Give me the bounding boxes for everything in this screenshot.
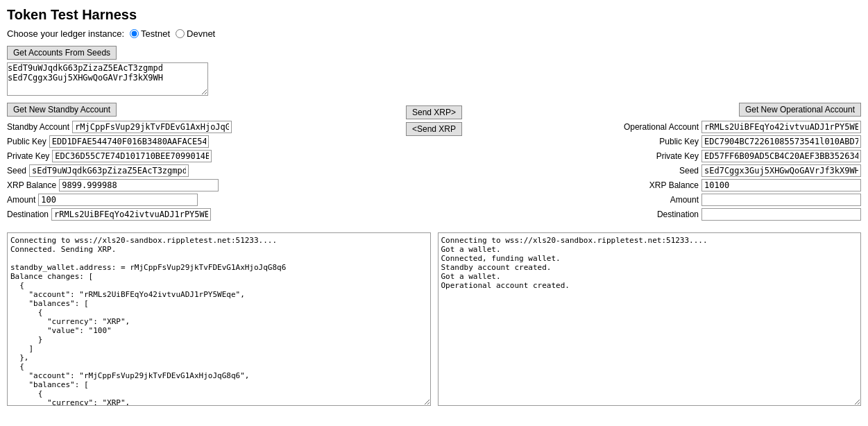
logs-row [7, 228, 861, 408]
standby-amount-row: Amount [7, 194, 386, 206]
page-title: Token Test Harness [7, 7, 861, 23]
standby-account-input[interactable] [72, 121, 232, 133]
standby-xrp-balance-input[interactable] [59, 179, 219, 191]
operational-amount-row: Amount [483, 194, 862, 206]
standby-private-key-input[interactable] [52, 150, 212, 162]
operational-account-label: Operational Account [624, 122, 699, 132]
operational-seed-input[interactable] [701, 164, 861, 177]
standby-public-key-label: Public Key [7, 137, 46, 146]
standby-private-key-row: Private Key [7, 150, 386, 162]
standby-seed-input[interactable] [29, 164, 189, 177]
operational-public-key-row: Public Key [483, 135, 862, 148]
standby-seed-label: Seed [7, 166, 26, 176]
standby-seed-row: Seed [7, 164, 386, 177]
operational-private-key-label: Private Key [656, 151, 699, 161]
operational-destination-row: Destination [483, 208, 862, 221]
standby-amount-input[interactable] [38, 194, 198, 206]
operational-xrp-balance-input[interactable] [701, 179, 861, 191]
testnet-radio[interactable] [130, 29, 139, 38]
ledger-choice: Choose your ledger instance: Testnet Dev… [7, 28, 861, 39]
standby-account-label: Standby Account [7, 122, 69, 132]
operational-seed-row: Seed [483, 164, 862, 177]
operational-account-row: Operational Account [483, 121, 862, 133]
send-xrp-left-button[interactable]: <Send XRP [406, 122, 462, 136]
standby-destination-label: Destination [7, 210, 49, 219]
operational-xrp-balance-label: XRP Balance [649, 180, 699, 190]
standby-destination-input[interactable] [51, 208, 211, 221]
operational-private-key-input[interactable] [701, 150, 861, 162]
standby-log-col [7, 228, 431, 408]
standby-destination-row: Destination [7, 208, 386, 221]
devnet-radio[interactable] [176, 29, 185, 38]
testnet-label: Testnet [141, 28, 170, 39]
testnet-option[interactable]: Testnet [130, 28, 170, 39]
operational-seed-label: Seed [679, 166, 699, 176]
standby-amount-label: Amount [7, 195, 35, 205]
standby-private-key-label: Private Key [7, 151, 49, 161]
get-new-operational-account-button[interactable]: Get New Operational Account [739, 103, 861, 117]
operational-column: Get New Operational Account Operational … [483, 103, 862, 223]
operational-header: Get New Operational Account [483, 103, 862, 117]
standby-column: Get New Standby Account Standby Account … [7, 103, 386, 223]
operational-log-col [438, 228, 862, 408]
center-column: Send XRP> <Send XRP [386, 103, 483, 223]
operational-amount-label: Amount [670, 195, 699, 205]
get-accounts-from-seeds-button[interactable]: Get Accounts From Seeds [7, 46, 117, 60]
operational-public-key-input[interactable] [701, 135, 861, 148]
operational-account-input[interactable] [701, 121, 861, 133]
seeds-section: Get Accounts From Seeds [7, 46, 861, 96]
standby-public-key-row: Public Key [7, 135, 386, 148]
standby-xrp-balance-label: XRP Balance [7, 180, 56, 190]
operational-amount-input[interactable] [701, 194, 861, 206]
get-new-standby-account-button[interactable]: Get New Standby Account [7, 103, 117, 117]
standby-xrp-balance-row: XRP Balance [7, 179, 386, 191]
main-layout: Get New Standby Account Standby Account … [7, 103, 861, 223]
standby-public-key-input[interactable] [49, 135, 209, 148]
operational-private-key-row: Private Key [483, 150, 862, 162]
devnet-option[interactable]: Devnet [176, 28, 215, 39]
operational-destination-input[interactable] [701, 208, 861, 221]
operational-public-key-label: Public Key [659, 137, 699, 146]
operational-log-textarea[interactable] [438, 232, 862, 406]
operational-destination-label: Destination [657, 210, 699, 219]
send-xrp-right-button[interactable]: Send XRP> [406, 105, 462, 119]
standby-header: Get New Standby Account [7, 103, 386, 117]
ledger-label: Choose your ledger instance: [7, 28, 124, 39]
standby-log-textarea[interactable] [7, 232, 431, 406]
standby-account-row: Standby Account [7, 121, 386, 133]
operational-xrp-balance-row: XRP Balance [483, 179, 862, 191]
seeds-textarea[interactable] [7, 62, 208, 96]
devnet-label: Devnet [187, 28, 215, 39]
